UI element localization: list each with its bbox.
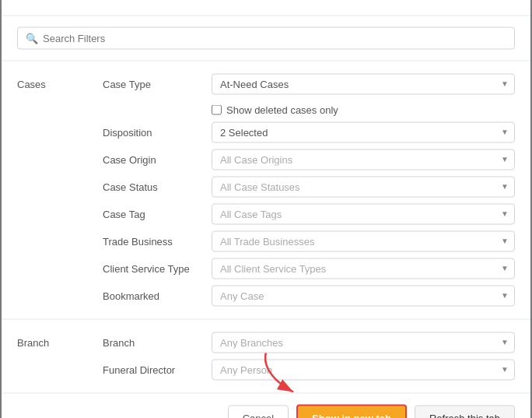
case-origin-row: Case Origin All Case Origins ▼ xyxy=(103,149,515,170)
filter-cases-modal: Filter cases × 🔍 Cases Case Type At-Need… xyxy=(2,0,530,418)
branch-label: Branch xyxy=(103,336,204,348)
funeral-director-select[interactable]: Any Person xyxy=(212,359,515,380)
funeral-director-label: Funeral Director xyxy=(103,364,204,375)
case-status-row: Case Status All Case Statuses ▼ xyxy=(103,176,515,197)
trade-business-select[interactable]: All Trade Businesses xyxy=(212,230,515,251)
show-deleted-row: Show deleted cases only xyxy=(212,104,515,115)
branch-select[interactable]: Any Branches xyxy=(212,332,515,353)
branch-section: Branch Branch Any Branches ▼ Funeral Dir… xyxy=(2,319,530,393)
trade-business-select-wrap: All Trade Businesses ▼ xyxy=(212,230,515,251)
branch-section-content: Branch Any Branches ▼ Funeral Director A… xyxy=(103,332,515,380)
case-status-label: Case Status xyxy=(103,181,204,192)
cases-section: Cases Case Type At-Need Cases Pre-Need C… xyxy=(2,61,530,319)
case-origin-select-wrap: All Case Origins ▼ xyxy=(212,149,515,170)
show-new-tab-button[interactable]: Show in new tab xyxy=(296,404,407,418)
bookmarked-label: Bookmarked xyxy=(103,290,204,301)
disposition-select[interactable]: 2 Selected xyxy=(212,121,515,142)
disposition-label: Disposition xyxy=(103,126,204,138)
search-input-wrap: 🔍 xyxy=(17,26,515,49)
case-tag-select[interactable]: All Case Tags xyxy=(212,203,515,224)
case-type-select[interactable]: At-Need Cases Pre-Need Cases xyxy=(212,73,515,94)
client-service-type-select-wrap: All Client Service Types ▼ xyxy=(212,258,515,279)
search-bar: 🔍 xyxy=(2,16,530,61)
case-type-row: Case Type At-Need Cases Pre-Need Cases ▼ xyxy=(103,73,515,94)
refresh-tab-button[interactable]: Refresh this tab xyxy=(415,405,515,418)
disposition-row: Disposition 2 Selected ▼ xyxy=(103,121,515,142)
case-tag-select-wrap: All Case Tags ▼ xyxy=(212,203,515,224)
case-type-label: Case Type xyxy=(103,78,204,90)
show-deleted-checkbox[interactable] xyxy=(212,104,222,114)
branch-select-wrap: Any Branches ▼ xyxy=(212,332,515,353)
case-tag-row: Case Tag All Case Tags ▼ xyxy=(103,203,515,224)
cases-section-content: Case Type At-Need Cases Pre-Need Cases ▼… xyxy=(103,73,515,306)
trade-business-label: Trade Business xyxy=(103,235,204,247)
disposition-select-wrap: 2 Selected ▼ xyxy=(212,121,515,142)
cases-section-label: Cases xyxy=(17,73,103,306)
branch-section-label: Branch xyxy=(17,332,103,380)
case-tag-label: Case Tag xyxy=(103,208,204,220)
search-input[interactable] xyxy=(43,32,506,44)
modal-footer: Cancel Show in new tab Refresh this tab xyxy=(2,393,530,418)
modal-header: Filter cases × xyxy=(2,0,530,16)
client-service-type-label: Client Service Type xyxy=(103,262,204,274)
funeral-director-row: Funeral Director Any Person ▼ xyxy=(103,359,515,380)
client-service-type-row: Client Service Type All Client Service T… xyxy=(103,258,515,279)
cancel-button[interactable]: Cancel xyxy=(228,405,289,418)
case-type-select-wrap: At-Need Cases Pre-Need Cases ▼ xyxy=(212,73,515,94)
funeral-director-select-wrap: Any Person ▼ xyxy=(212,359,515,380)
bookmarked-select[interactable]: Any Case xyxy=(212,285,515,306)
case-origin-label: Case Origin xyxy=(103,153,204,165)
client-service-type-select[interactable]: All Client Service Types xyxy=(212,258,515,279)
case-status-select-wrap: All Case Statuses ▼ xyxy=(212,176,515,197)
search-icon: 🔍 xyxy=(26,32,38,44)
close-button[interactable]: × xyxy=(497,0,515,4)
bookmarked-row: Bookmarked Any Case ▼ xyxy=(103,285,515,306)
case-status-select[interactable]: All Case Statuses xyxy=(212,176,515,197)
bookmarked-select-wrap: Any Case ▼ xyxy=(212,285,515,306)
case-origin-select[interactable]: All Case Origins xyxy=(212,149,515,170)
modal-title: Filter cases xyxy=(17,0,86,2)
trade-business-row: Trade Business All Trade Businesses ▼ xyxy=(103,230,515,251)
show-deleted-label: Show deleted cases only xyxy=(226,104,338,115)
branch-row: Branch Any Branches ▼ xyxy=(103,332,515,353)
